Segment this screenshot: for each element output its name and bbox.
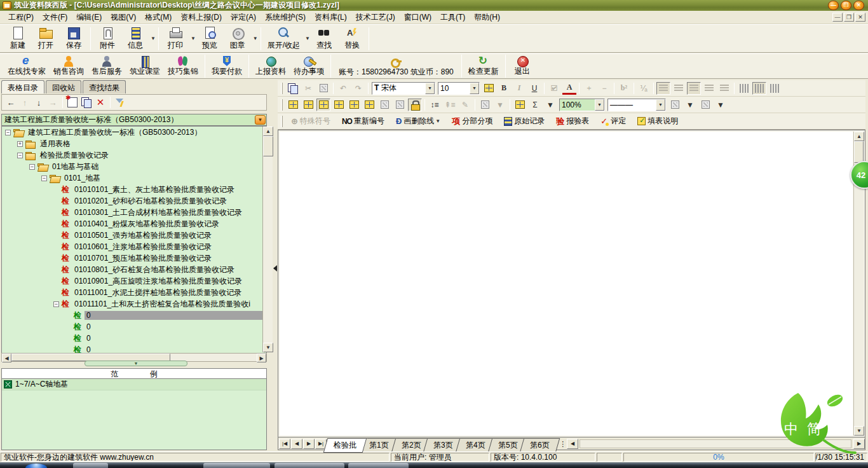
menu-item-窗[interactable]: 窗口(W) bbox=[400, 11, 436, 23]
scroll-up-icon[interactable]: ▲ bbox=[854, 132, 864, 141]
重新编号-button[interactable]: 重新编号 bbox=[337, 114, 389, 128]
原始记录-button[interactable]: 原始记录 bbox=[499, 114, 549, 128]
shading-dropdown[interactable]: ▼ bbox=[493, 99, 507, 111]
分部分项-button[interactable]: 分部分项 bbox=[447, 114, 497, 128]
tree-item[interactable]: −建筑工程施工质量验收统一标准（GB50300-2013） bbox=[2, 127, 266, 138]
scrollbar-thumb[interactable] bbox=[854, 141, 864, 163]
tree-item[interactable]: −检01011101_土和灰土挤密桩复合地基检验批质量验收i bbox=[2, 298, 266, 310]
tree-item[interactable]: 检01010301_土工合成材料地基检验批质量验收记录 bbox=[2, 207, 266, 218]
chevron-down-icon[interactable]: ▼ bbox=[151, 36, 156, 41]
chevron-down-icon[interactable]: ▼ bbox=[470, 83, 479, 94]
taskbar-item[interactable] bbox=[348, 463, 409, 468]
border-color-button[interactable] bbox=[668, 99, 682, 111]
mdi-close-button[interactable]: ✕ bbox=[855, 13, 865, 22]
chevron-down-icon[interactable]: ▼ bbox=[656, 99, 665, 111]
align-right-button[interactable] bbox=[702, 82, 716, 95]
chevron-down-icon[interactable]: ▼ bbox=[191, 36, 196, 41]
underline-button[interactable]: U bbox=[527, 82, 541, 95]
restore-button[interactable]: ❐ bbox=[841, 1, 851, 10]
信息-button[interactable]: 信息 bbox=[121, 26, 149, 52]
copy-button[interactable] bbox=[286, 82, 300, 95]
chevron-down-icon[interactable]: ▼ bbox=[435, 118, 440, 124]
tree-item[interactable]: 检01011001_水泥土搅拌桩地基检验批质量验收记录 bbox=[2, 287, 266, 298]
split-cell-button[interactable] bbox=[332, 99, 346, 111]
menu-item-资[interactable]: 资料库(L) bbox=[310, 11, 351, 23]
menu-item-帮[interactable]: 帮助(H) bbox=[470, 11, 505, 23]
mdi-restore-button[interactable]: ❐ bbox=[844, 13, 854, 22]
tree-item[interactable]: −检验批质量验收记录 bbox=[2, 149, 266, 161]
tree-item[interactable]: 检01010501_强夯地基检验批质量验收记录 bbox=[2, 230, 266, 241]
退出-button[interactable]: 退出 bbox=[508, 55, 536, 78]
paste-button[interactable] bbox=[316, 82, 330, 95]
tree-expander-icon[interactable]: − bbox=[41, 176, 47, 181]
move-left-button[interactable]: ← bbox=[4, 96, 17, 109]
fill-pattern-button[interactable] bbox=[698, 99, 712, 111]
scroll-left-icon[interactable]: ◀ bbox=[2, 354, 11, 362]
zoom-combo[interactable]: 100% ▼ bbox=[559, 99, 605, 111]
cut-button[interactable]: ✂ bbox=[301, 82, 315, 95]
clear-format-button[interactable]: ✎ bbox=[458, 99, 472, 111]
保存-button[interactable]: 保存 bbox=[60, 26, 88, 52]
vertical-text-center-button[interactable] bbox=[752, 82, 766, 95]
筑业课堂-button[interactable]: 筑业课堂 bbox=[126, 55, 164, 78]
align-center-button[interactable] bbox=[687, 82, 701, 95]
fraction-button[interactable]: ⅟ₐ bbox=[637, 82, 651, 95]
tree-item[interactable]: 检01010701_预压地基检验批质量验收记录 bbox=[2, 252, 266, 264]
tree-item[interactable]: 检01010901_高压旋喷注浆地基检验批质量验收记录 bbox=[2, 275, 266, 287]
filter-button[interactable] bbox=[114, 96, 126, 109]
sum-dropdown[interactable]: ▼ bbox=[543, 99, 557, 111]
展开/收起-button[interactable]: 展开/收起 bbox=[264, 26, 304, 52]
tree-expander-icon[interactable]: − bbox=[53, 301, 59, 307]
menu-item-资[interactable]: 资料上报(D) bbox=[176, 11, 226, 23]
tree-item[interactable]: 检0 bbox=[2, 321, 266, 333]
tree-item[interactable]: 检01010801_砂石桩复合地基检验批质量验收记录 bbox=[2, 264, 266, 275]
align-left-button[interactable] bbox=[672, 82, 686, 95]
menu-item-工[interactable]: 工具(T) bbox=[436, 11, 470, 23]
windows-taskbar[interactable] bbox=[0, 462, 868, 468]
mdi-minimize-button[interactable]: — bbox=[832, 13, 843, 22]
border-color-dropdown[interactable]: ▼ bbox=[683, 99, 697, 111]
font-name-combo[interactable]: T 宋体 ▼ bbox=[372, 82, 435, 95]
tree-item[interactable]: 检01010201_砂和砂石地基检验批质量验收记录 bbox=[2, 195, 266, 207]
copy-table-button[interactable] bbox=[80, 96, 93, 109]
tree-expander-icon[interactable]: − bbox=[29, 164, 35, 170]
tree-item[interactable]: 检0 bbox=[2, 333, 266, 344]
border-align-button[interactable] bbox=[656, 82, 670, 95]
pattern2-button[interactable] bbox=[393, 99, 407, 111]
tree-expander-icon[interactable]: + bbox=[17, 141, 23, 147]
tree-item[interactable]: 检01010601_注浆地基检验批质量验收记录 bbox=[2, 241, 266, 252]
taskbar-item[interactable] bbox=[275, 463, 344, 468]
delete-table-button[interactable]: ✕ bbox=[94, 96, 107, 109]
tab-回收站[interactable]: 回收站 bbox=[46, 80, 81, 93]
图章-button[interactable]: 图章 bbox=[224, 26, 252, 52]
bold-button[interactable]: B bbox=[497, 82, 511, 95]
上报资料-button[interactable]: 上报资料 bbox=[252, 55, 290, 78]
scrollbar-thumb[interactable] bbox=[263, 136, 273, 156]
fill-color-button[interactable]: 🗹 bbox=[547, 82, 561, 95]
附件-button[interactable]: 附件 bbox=[93, 26, 121, 52]
example-item[interactable]: 1~7/A~C轴地基 bbox=[2, 379, 266, 390]
在线找专家-button[interactable]: 在线找专家 bbox=[4, 55, 50, 78]
售后服务-button[interactable]: 售后服务 bbox=[88, 55, 126, 78]
splitter-collapse-icon[interactable] bbox=[273, 261, 277, 276]
close-button[interactable]: ✕ bbox=[853, 1, 864, 10]
italic-button[interactable]: I bbox=[512, 82, 526, 95]
menu-item-工[interactable]: 工程(P) bbox=[4, 11, 38, 23]
画删除线-button[interactable]: 画删除线▼ bbox=[391, 114, 445, 128]
next-sheet-icon[interactable]: ▶ bbox=[303, 439, 315, 449]
menu-item-文[interactable]: 文件(F) bbox=[38, 11, 72, 23]
chevron-down-icon[interactable]: ▼ bbox=[253, 36, 258, 41]
tree-expander-icon[interactable]: − bbox=[5, 130, 11, 135]
menu-item-评[interactable]: 评定(A) bbox=[226, 11, 261, 23]
打印-button[interactable]: 打印 bbox=[161, 26, 189, 52]
undo-button[interactable]: ↶ bbox=[336, 82, 350, 95]
新建-button[interactable]: 新建 bbox=[4, 26, 32, 52]
tree-item[interactable]: −0101_地基 bbox=[2, 172, 266, 184]
vertical-text-right-button[interactable] bbox=[768, 82, 782, 95]
minimize-button[interactable]: — bbox=[828, 1, 839, 10]
tree-item[interactable]: +通用表格 bbox=[2, 138, 266, 149]
line-spacing-button[interactable]: ↕≡ bbox=[428, 99, 442, 111]
superscript-button[interactable]: b² bbox=[617, 82, 631, 95]
panel-collapse-button[interactable]: ▼ bbox=[85, 361, 187, 366]
delete-row-button[interactable] bbox=[362, 99, 376, 111]
